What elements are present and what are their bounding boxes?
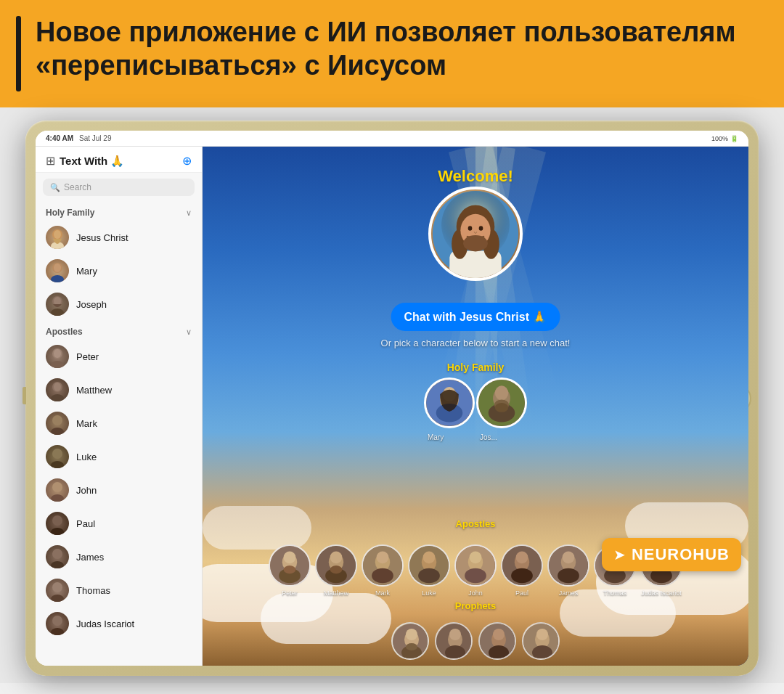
apostle-name-matthew: Matthew	[324, 589, 348, 597]
hf-avatar-joseph[interactable]: Jos...	[480, 377, 523, 428]
svg-point-7	[51, 309, 64, 316]
prophet-3[interactable]	[478, 622, 516, 660]
prophets-section-label: Prophets	[455, 600, 496, 611]
contact-name-matthew: Matthew	[76, 385, 112, 396]
apostle-luke[interactable]: Luke	[408, 544, 450, 597]
svg-point-17	[52, 449, 62, 459]
svg-point-18	[51, 461, 64, 468]
contact-name-luke: Luke	[76, 452, 97, 462]
search-icon: 🔍	[50, 183, 60, 192]
contact-name-thomas: Thomas	[76, 585, 110, 596]
avatar-paul	[46, 512, 69, 535]
svg-point-105	[532, 645, 552, 660]
contact-thomas[interactable]: Thomas	[36, 573, 202, 607]
ipad-screen: 4:40 AM Sat Jul 29 100% 🔋 ⊞ Text With 🙏	[36, 131, 748, 666]
apostle-name-peter: Peter	[282, 589, 298, 597]
svg-point-97	[445, 645, 465, 660]
contact-judas[interactable]: Judas Iscariot	[36, 607, 202, 640]
search-bar[interactable]: 🔍 Search	[43, 179, 195, 196]
svg-point-11	[51, 361, 64, 368]
contact-jesus-christ[interactable]: Jesus Christ	[36, 221, 202, 254]
svg-point-2	[54, 230, 61, 239]
header-title: Новое приложение с ИИ позволяет пользова…	[36, 16, 762, 91]
apostle-matthew[interactable]: Matthew	[315, 544, 357, 597]
apostle-name-james: James	[559, 589, 579, 597]
svg-point-25	[52, 582, 62, 592]
contact-name-mary: Mary	[76, 266, 97, 277]
neurohub-badge: ➤ NEUROHUB	[602, 538, 741, 571]
contact-matthew[interactable]: Matthew	[36, 373, 202, 407]
contact-james[interactable]: James	[36, 540, 202, 573]
svg-point-75	[516, 551, 528, 563]
contact-name-james: James	[76, 552, 104, 563]
svg-point-67	[423, 551, 436, 563]
svg-point-55	[284, 566, 296, 573]
apostle-mark[interactable]: Mark	[362, 544, 404, 597]
apostle-peter[interactable]: Peter	[269, 544, 311, 597]
avatar-luke	[46, 445, 69, 468]
avatar-judas	[46, 612, 69, 635]
prophet-4[interactable]	[522, 622, 560, 660]
sidebar-title-group: ⊞ Text With 🙏	[46, 154, 124, 168]
chevron-down-icon-apostles[interactable]: ∨	[186, 327, 192, 337]
contact-mary[interactable]: Mary	[36, 254, 202, 287]
apostle-john[interactable]: John	[454, 544, 497, 597]
apostle-james[interactable]: James	[547, 544, 589, 597]
ipad-device: 4:40 AM Sat Jul 29 100% 🔋 ⊞ Text With 🙏	[25, 121, 759, 676]
svg-point-79	[563, 551, 575, 563]
sidebar: ⊞ Text With 🙏 ⊕ 🔍 Search	[36, 147, 203, 666]
apostle-name-paul: Paul	[515, 589, 528, 597]
svg-point-23	[52, 549, 62, 559]
svg-point-93	[406, 643, 417, 650]
section-holy-family: Holy Family ∨	[36, 202, 202, 221]
sidebar-title: Text With 🙏	[60, 155, 124, 168]
contact-name-mark: Mark	[76, 418, 97, 429]
svg-point-5	[54, 264, 61, 272]
svg-point-101	[489, 645, 509, 660]
svg-point-64	[372, 568, 393, 583]
avatar-joseph	[46, 293, 69, 316]
contact-joseph[interactable]: Joseph	[36, 287, 202, 321]
ipad-side-button	[23, 387, 26, 404]
svg-point-63	[377, 551, 389, 563]
contact-peter[interactable]: Peter	[36, 340, 202, 373]
contact-john[interactable]: John	[36, 473, 202, 507]
pick-character-text: Or pick a character below to start a new…	[381, 338, 571, 348]
svg-point-48	[495, 385, 508, 400]
status-time: 4:40 AM	[46, 134, 73, 142]
grid-icon: ⊞	[46, 154, 55, 168]
header-banner: Новое приложение с ИИ позволяет пользова…	[0, 0, 784, 107]
apostle-name-john: John	[468, 589, 483, 597]
chevron-down-icon[interactable]: ∨	[186, 208, 192, 218]
svg-point-28	[51, 628, 64, 635]
chat-with-jesus-button[interactable]: Chat with Jesus Christ 🙏	[391, 303, 560, 331]
avatar-james	[46, 545, 69, 568]
prophet-2[interactable]	[435, 622, 473, 660]
search-input[interactable]: Search	[64, 182, 91, 192]
contact-luke[interactable]: Luke	[36, 440, 202, 473]
hf-avatar-mary[interactable]: Mary	[428, 377, 471, 428]
section-apostles: Apostles ∨	[36, 321, 202, 340]
contact-paul[interactable]: Paul	[36, 507, 202, 540]
prophets-row	[391, 622, 560, 660]
prophet-1[interactable]	[391, 622, 429, 660]
svg-point-26	[51, 595, 64, 602]
holy-family-section-label: Holy Family	[447, 362, 505, 373]
svg-point-96	[449, 629, 461, 640]
apostle-name-judas: Judas Iscariot	[641, 589, 682, 597]
svg-point-58	[330, 551, 343, 563]
neurohub-send-icon: ➤	[613, 546, 626, 563]
hf-name-joseph: Jos...	[480, 433, 497, 441]
contact-mark[interactable]: Mark	[36, 407, 202, 440]
svg-point-71	[470, 551, 482, 563]
svg-point-16	[51, 428, 64, 435]
jesus-main-avatar[interactable]	[428, 187, 523, 281]
contact-name-joseph: Joseph	[76, 299, 107, 310]
contact-name-jesus: Jesus Christ	[76, 232, 128, 243]
apostle-paul[interactable]: Paul	[501, 544, 543, 597]
main-content: ⊞ Text With 🙏 ⊕ 🔍 Search	[36, 147, 748, 666]
avatar-thomas	[46, 579, 69, 602]
compose-icon[interactable]: ⊕	[182, 154, 192, 168]
avatar-mary	[46, 259, 69, 282]
svg-point-27	[52, 616, 62, 626]
